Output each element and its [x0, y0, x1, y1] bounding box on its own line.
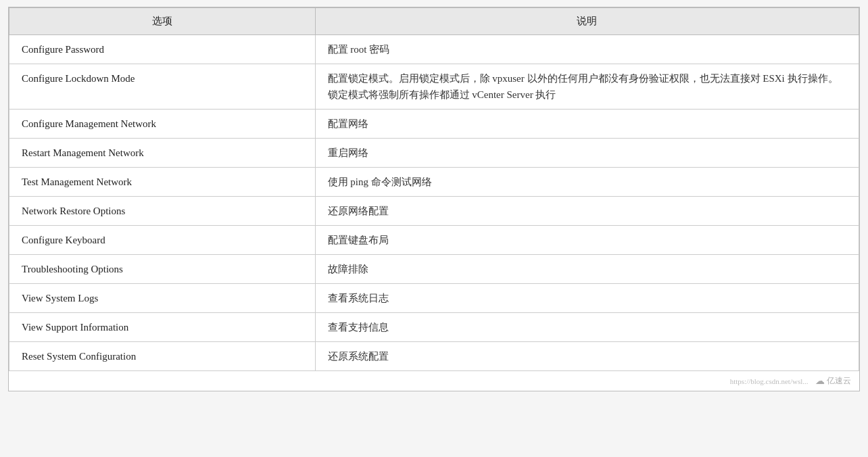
description-cell: 使用 ping 命令测试网络: [315, 168, 859, 197]
option-cell: Configure Management Network: [9, 110, 316, 139]
table-row: View System Logs查看系统日志: [9, 284, 859, 313]
description-cell: 配置 root 密码: [315, 35, 859, 64]
table-row: Troubleshooting Options故障排除: [9, 255, 859, 284]
table-row: Configure Keyboard配置键盘布局: [9, 226, 859, 255]
option-cell: Restart Management Network: [9, 139, 316, 168]
table-row: Reset System Configuration还原系统配置: [9, 342, 859, 371]
table-row: View Support Information查看支持信息: [9, 313, 859, 342]
table-row: Configure Lockdown Mode配置锁定模式。启用锁定模式后，除 …: [9, 64, 859, 110]
option-cell: Reset System Configuration: [9, 342, 316, 371]
option-cell: Configure Lockdown Mode: [9, 64, 316, 110]
option-cell: Troubleshooting Options: [9, 255, 316, 284]
description-cell: 还原系统配置: [315, 342, 859, 371]
option-cell: View Support Information: [9, 313, 316, 342]
logo-icon: ☁: [815, 375, 825, 387]
description-cell: 配置锁定模式。启用锁定模式后，除 vpxuser 以外的任何用户都没有身份验证权…: [315, 64, 859, 110]
description-cell: 配置网络: [315, 110, 859, 139]
description-cell: 配置键盘布局: [315, 226, 859, 255]
option-cell: Configure Keyboard: [9, 226, 316, 255]
description-cell: 查看系统日志: [315, 284, 859, 313]
description-cell: 还原网络配置: [315, 197, 859, 226]
option-cell: Network Restore Options: [9, 197, 316, 226]
option-cell: Test Management Network: [9, 168, 316, 197]
description-cell: 重启网络: [315, 139, 859, 168]
table-row: Test Management Network使用 ping 命令测试网络: [9, 168, 859, 197]
description-cell: 故障排除: [315, 255, 859, 284]
table-row: Configure Password配置 root 密码: [9, 35, 859, 64]
option-cell: Configure Password: [9, 35, 316, 64]
watermark-row: https://blog.csdn.net/wsl... ☁ 亿速云: [9, 371, 859, 391]
watermark-url: https://blog.csdn.net/wsl...: [730, 377, 809, 385]
watermark-logo: ☁ 亿速云: [815, 375, 851, 387]
table-row: Configure Management Network配置网络: [9, 110, 859, 139]
option-cell: View System Logs: [9, 284, 316, 313]
table-row: Network Restore Options还原网络配置: [9, 197, 859, 226]
table-row: Restart Management Network重启网络: [9, 139, 859, 168]
col-header-description: 说明: [315, 8, 859, 35]
col-header-option: 选项: [9, 8, 316, 35]
description-cell: 查看支持信息: [315, 313, 859, 342]
